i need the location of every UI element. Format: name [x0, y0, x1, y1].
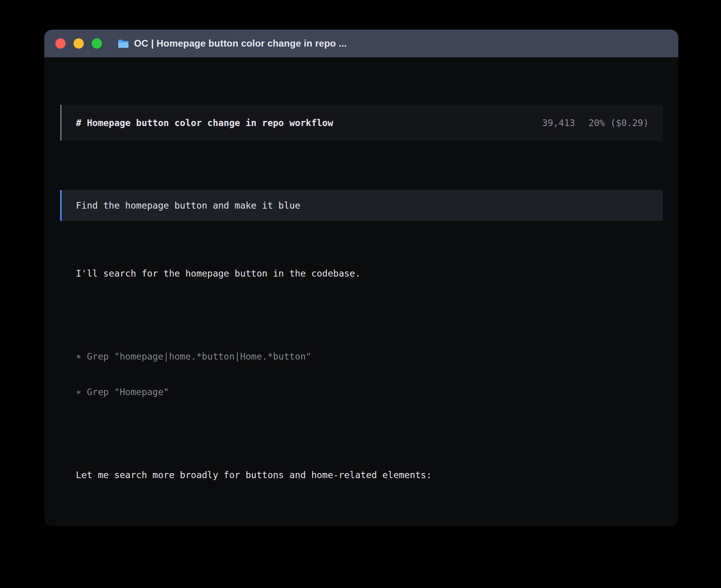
folder-icon [118, 39, 129, 48]
close-button[interactable] [55, 38, 66, 49]
session-title: # Homepage button color change in repo w… [76, 117, 333, 129]
assistant-message-intro: I'll search for the homepage button in t… [76, 268, 663, 279]
assistant-message-broaden: Let me search more broadly for buttons a… [76, 469, 663, 481]
tool-call-group: ∗ Grep "homepage|home.*button|Home.*butt… [76, 327, 663, 422]
token-count: 39,413 [542, 117, 575, 129]
context-usage: 20% ($0.29) [589, 117, 649, 129]
window-title: OC | Homepage button color change in rep… [134, 38, 347, 49]
window-titlebar[interactable]: OC | Homepage button color change in rep… [44, 30, 678, 57]
user-message-text: Find the homepage button and make it blu… [76, 200, 300, 211]
user-message: Find the homepage button and make it blu… [60, 190, 663, 221]
zoom-button[interactable] [92, 38, 102, 49]
session-stats: 39,413 20% ($0.29) [542, 117, 649, 129]
minimize-button[interactable] [74, 38, 84, 49]
title-area: OC | Homepage button color change in rep… [118, 38, 347, 49]
traffic-lights [55, 38, 102, 49]
terminal-window: OC | Homepage button color change in rep… [44, 30, 678, 526]
session-header: # Homepage button color change in repo w… [60, 105, 663, 141]
terminal-content: # Homepage button color change in repo w… [44, 57, 678, 526]
tool-call-grep: ∗ Grep "Homepage" [76, 386, 663, 398]
tool-call-grep: ∗ Grep "homepage|home.*button|Home.*butt… [76, 351, 663, 362]
